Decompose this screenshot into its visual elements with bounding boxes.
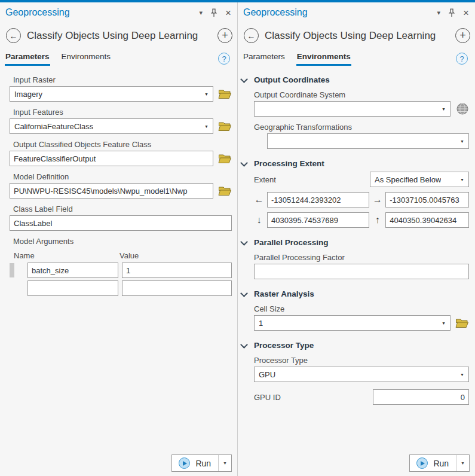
panel-titlebar: Geoprocessing ▾ × [0, 0, 237, 18]
browse-folder-icon[interactable] [218, 185, 232, 196]
arg-value-input[interactable] [122, 263, 232, 278]
parallel-processing-factor-row [254, 264, 469, 279]
chevron-down-icon: ▼ [456, 178, 464, 182]
browse-folder-icon[interactable] [218, 121, 232, 132]
section-title: Processor Type [254, 341, 314, 350]
run-button[interactable]: Run ▼ [409, 454, 470, 472]
row-handle-spacer [10, 281, 27, 295]
input-features-label: Input Features [13, 108, 232, 117]
top-accent-strip [0, 0, 475, 2]
cell-size-combo[interactable]: 1 ▼ [254, 315, 451, 331]
processor-type-label: Processor Type [254, 356, 469, 365]
model-argument-row [10, 263, 232, 278]
tab-parameters[interactable]: Parameters [243, 52, 286, 66]
input-features-row: CaliforniaFeatureClass ▼ [10, 118, 232, 134]
processor-type-row: GPU ▼ [254, 367, 469, 382]
back-button[interactable]: ← [6, 28, 21, 43]
input-raster-value: Imagery [14, 90, 42, 99]
chevron-down-icon [240, 159, 248, 167]
close-icon[interactable]: × [225, 8, 231, 18]
class-label-field-input[interactable] [10, 215, 232, 231]
pin-icon[interactable] [448, 8, 455, 17]
run-options-caret[interactable]: ▼ [218, 455, 231, 471]
add-to-model-button[interactable]: + [217, 28, 232, 43]
run-button-main[interactable]: Run [410, 455, 456, 471]
tab-environments[interactable]: Environments [296, 52, 351, 66]
geographic-transformations-row: ▼ [267, 133, 469, 149]
gpu-id-input[interactable] [373, 389, 469, 405]
help-icon[interactable]: ? [456, 53, 468, 65]
arg-name-input[interactable] [27, 280, 118, 296]
run-options-caret[interactable]: ▼ [456, 455, 469, 471]
extent-south-north-row: ↓ ↑ [254, 212, 469, 228]
model-definition-label: Model Definition [13, 172, 232, 181]
extent-mode-row: Extent As Specified Below ▼ [254, 172, 469, 187]
panel-menu-caret-icon[interactable]: ▾ [200, 10, 203, 16]
row-drag-handle[interactable] [10, 263, 14, 277]
arg-name-input[interactable] [27, 263, 118, 278]
section-output-coordinates[interactable]: Output Coordinates [240, 75, 469, 84]
arrow-up-icon: ↑ [372, 215, 382, 225]
extent-mode-value: As Specified Below [375, 175, 441, 184]
cell-size-label: Cell Size [254, 304, 469, 313]
chevron-down-icon: ▼ [201, 92, 209, 96]
extent-south-input[interactable] [267, 212, 369, 228]
run-play-icon [179, 457, 190, 469]
plus-icon: + [222, 30, 228, 41]
close-icon[interactable]: × [463, 8, 469, 18]
chevron-down-icon: ▼ [438, 321, 446, 325]
add-to-model-button[interactable]: + [455, 28, 470, 43]
run-button-main[interactable]: Run [172, 455, 218, 471]
globe-icon[interactable] [455, 102, 469, 115]
tab-parameters[interactable]: Parameters [5, 52, 50, 66]
processor-type-combo[interactable]: GPU ▼ [254, 367, 469, 382]
section-raster-analysis[interactable]: Raster Analysis [240, 289, 469, 298]
back-button[interactable]: ← [244, 28, 259, 43]
pin-icon[interactable] [210, 8, 217, 17]
section-parallel-processing[interactable]: Parallel Processing [240, 238, 469, 247]
arg-value-input[interactable] [122, 280, 232, 296]
cell-size-row: 1 ▼ [254, 315, 469, 331]
browse-folder-icon[interactable] [455, 318, 469, 328]
run-button-label: Run [195, 459, 211, 468]
model-argument-row [10, 280, 232, 296]
geographic-transformations-combo[interactable]: ▼ [267, 133, 469, 149]
panel-menu-caret-icon[interactable]: ▾ [437, 10, 441, 16]
model-definition-input[interactable] [10, 183, 213, 199]
geoprocessing-panel-right: Geoprocessing ▾ × ← Classify Objects Usi… [237, 0, 475, 476]
section-processor-type[interactable]: Processor Type [240, 341, 469, 350]
section-title: Processing Extent [254, 159, 324, 168]
extent-mode-combo[interactable]: As Specified Below ▼ [370, 172, 469, 187]
run-button[interactable]: Run ▼ [171, 454, 232, 472]
cell-size-value: 1 [259, 319, 263, 328]
arg-name-header: Name [14, 251, 119, 260]
extent-north-input[interactable] [385, 212, 469, 228]
gpu-id-label: GPU ID [254, 393, 373, 402]
browse-folder-icon[interactable] [218, 153, 232, 164]
input-raster-combo[interactable]: Imagery ▼ [10, 86, 213, 102]
tool-title: Classify Objects Using Deep Learning [27, 30, 212, 42]
tool-header: ← Classify Objects Using Deep Learning + [0, 18, 237, 43]
browse-folder-icon[interactable] [218, 89, 232, 99]
output-feature-class-input[interactable] [10, 151, 213, 166]
class-label-field-row [10, 215, 232, 231]
extent-west-input[interactable] [267, 192, 369, 208]
output-coordinate-system-combo[interactable]: ▼ [254, 101, 451, 117]
parallel-processing-factor-input[interactable] [254, 264, 469, 279]
chevron-down-icon [240, 289, 248, 297]
extent-east-input[interactable] [385, 192, 469, 208]
parameters-form: Input Raster Imagery ▼ Input Features Ca… [0, 66, 237, 296]
chevron-down-icon [240, 341, 248, 349]
tab-environments[interactable]: Environments [61, 52, 112, 66]
input-features-combo[interactable]: CaliforniaFeatureClass ▼ [10, 118, 213, 134]
geoprocessing-app: Geoprocessing ▾ × ← Classify Objects Usi… [0, 0, 475, 476]
section-processing-extent[interactable]: Processing Extent [240, 159, 469, 168]
panel-title: Geoprocessing [243, 7, 437, 18]
arg-value-header: Value [119, 251, 139, 260]
chevron-down-icon: ▼ [201, 124, 209, 129]
window-controls: ▾ × [200, 8, 231, 18]
chevron-down-icon: ▼ [456, 373, 464, 377]
help-icon[interactable]: ? [218, 53, 230, 65]
input-raster-row: Imagery ▼ [10, 86, 232, 102]
arrow-down-icon: ↓ [254, 215, 264, 225]
